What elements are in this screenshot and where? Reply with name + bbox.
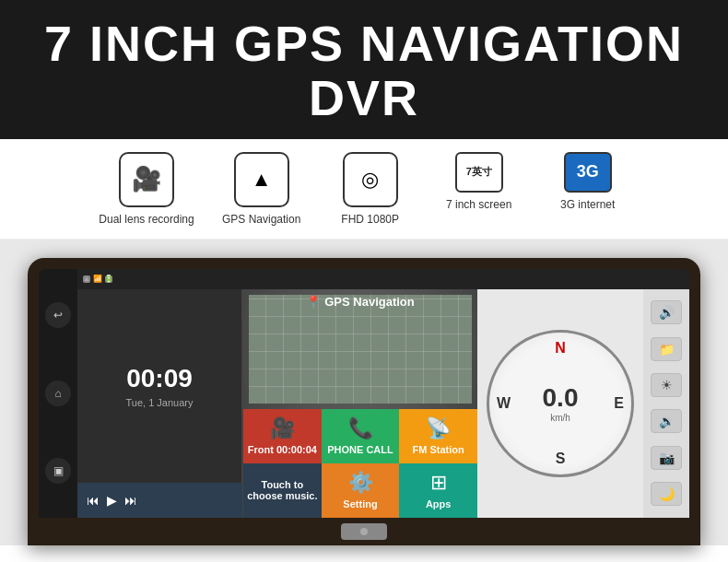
speed-value: 0.0 xyxy=(543,383,579,413)
play-button[interactable]: ▶ xyxy=(107,493,117,508)
tile-front-camera[interactable]: 🎥 Front 00:00:04 xyxy=(243,409,322,463)
power-indicator xyxy=(360,528,368,535)
tile-setting-label: Setting xyxy=(343,498,377,509)
speed-display: 0.0 km/h xyxy=(543,383,579,423)
dual-lens-icon: 🎥 xyxy=(132,165,161,193)
music-row: ⏮ ▶ ⏭ xyxy=(77,483,242,518)
volume-up-button[interactable]: 🔊 xyxy=(651,300,682,324)
tile-apps-label: Apps xyxy=(426,498,452,509)
brightness-down-button[interactable]: 🌙 xyxy=(651,482,682,506)
feature-fhd: ◎ FHD 1080P xyxy=(329,152,412,226)
left-controls: ↩ ⌂ ▣ xyxy=(39,269,77,518)
gps-nav-icon: ▲ xyxy=(252,168,272,192)
device-wrapper: ↩ ⌂ ▣ ▲ 📶 🔋 xyxy=(28,258,700,545)
dual-lens-icon-box: 🎥 xyxy=(119,152,174,207)
clock-date: Tue, 1 January xyxy=(126,397,194,408)
gps-label: GPS Navigation xyxy=(222,213,300,226)
wifi-icon: ▲ xyxy=(83,275,90,283)
clock-time: 00:09 xyxy=(126,364,193,393)
compass-panel: N S E W 0.0 km/h xyxy=(477,289,643,518)
feature-dual-lens: 🎥 Dual lens recording xyxy=(99,152,194,226)
fhd-icon: ◎ xyxy=(361,168,379,192)
signal-icon: 📶 xyxy=(94,275,101,283)
tile-fm-station[interactable]: 📡 FM Station xyxy=(399,409,477,463)
tile-phone-call[interactable]: 📞 PHONE CALL xyxy=(322,409,400,463)
camera-icon: 🎥 xyxy=(270,416,295,440)
folder-button[interactable]: 📁 xyxy=(651,337,682,361)
next-button[interactable]: ⏭ xyxy=(124,493,137,508)
prev-button[interactable]: ⏮ xyxy=(87,493,100,508)
feature-7inch: 7英寸 7 inch screen xyxy=(438,152,521,211)
features-row: 🎥 Dual lens recording ▲ GPS Navigation ◎… xyxy=(0,139,728,240)
feature-3g: 3G 3G internet xyxy=(546,152,629,211)
tile-setting[interactable]: ⚙️ Setting xyxy=(322,463,400,518)
page-title: 7 INCH GPS NAVIGATION DVR xyxy=(28,17,700,126)
feature-gps: ▲ GPS Navigation xyxy=(220,152,303,226)
power-button[interactable] xyxy=(341,523,387,540)
battery-icon: 🔋 xyxy=(105,275,112,283)
gps-map xyxy=(249,295,472,404)
tile-apps[interactable]: ⊞ Apps xyxy=(399,463,477,518)
compass-dial: N S E W 0.0 km/h xyxy=(487,330,634,477)
right-controls: 🔊 📁 ☀ 🔉 📷 🌙 xyxy=(643,289,689,518)
menu-button[interactable]: ▣ xyxy=(45,458,71,484)
7inch-icon: 7英寸 xyxy=(466,165,492,179)
clock-panel: 00:09 Tue, 1 January xyxy=(77,289,242,483)
compass-south: S xyxy=(556,451,566,467)
compass-north: N xyxy=(555,340,566,357)
3g-icon: 3G xyxy=(577,162,599,181)
dual-lens-label: Dual lens recording xyxy=(99,213,194,226)
fhd-label: FHD 1080P xyxy=(341,213,399,226)
compass-west: W xyxy=(497,395,511,412)
device-bottom-bar xyxy=(39,518,689,545)
volume-down-button[interactable]: 🔉 xyxy=(651,409,682,433)
location-icon: 📍 xyxy=(306,295,321,309)
gps-icon-box: ▲ xyxy=(234,152,289,207)
compass-east: E xyxy=(614,395,624,412)
tiles-bottom-row: Touch to choose music. ⚙️ Setting ⊞ Apps xyxy=(243,463,477,518)
tile-phone-label: PHONE CALL xyxy=(327,444,393,455)
back-button[interactable]: ↩ xyxy=(45,302,71,328)
apps-icon: ⊞ xyxy=(430,471,447,495)
title-banner: 7 INCH GPS NAVIGATION DVR xyxy=(0,0,728,139)
status-bar: ▲ 📶 🔋 xyxy=(77,269,689,289)
tiles-top-row: 🎥 Front 00:00:04 📞 PHONE CALL 📡 FM Stat xyxy=(243,409,477,463)
fm-icon: 📡 xyxy=(426,416,451,440)
3g-label: 3G internet xyxy=(560,198,615,211)
tile-front-label: Front 00:00:04 xyxy=(248,444,317,455)
tile-music-label: Touch to choose music. xyxy=(243,479,322,501)
setting-icon: ⚙️ xyxy=(348,471,373,495)
7inch-icon-box: 7英寸 xyxy=(455,152,503,193)
phone-icon: 📞 xyxy=(348,416,373,440)
fhd-icon-box: ◎ xyxy=(343,152,398,207)
status-icons: ▲ 📶 🔋 xyxy=(83,275,112,283)
3g-icon-box: 3G xyxy=(564,152,612,193)
speed-unit: km/h xyxy=(543,413,579,423)
photo-button[interactable]: 📷 xyxy=(651,446,682,470)
main-screen: ▲ 📶 🔋 00:09 Tue, 1 January xyxy=(77,269,689,518)
gps-panel: 📍 GPS Navigation xyxy=(243,289,477,409)
7inch-label: 7 inch screen xyxy=(446,198,511,211)
tile-music-choose[interactable]: Touch to choose music. xyxy=(243,463,322,518)
tile-fm-label: FM Station xyxy=(413,444,464,455)
gps-nav-label: 📍 GPS Navigation xyxy=(306,295,415,309)
device-screen: ↩ ⌂ ▣ ▲ 📶 🔋 xyxy=(39,269,689,518)
device-section: ↩ ⌂ ▣ ▲ 📶 🔋 xyxy=(0,240,728,545)
brightness-up-button[interactable]: ☀ xyxy=(651,373,682,397)
home-button[interactable]: ⌂ xyxy=(45,381,71,406)
